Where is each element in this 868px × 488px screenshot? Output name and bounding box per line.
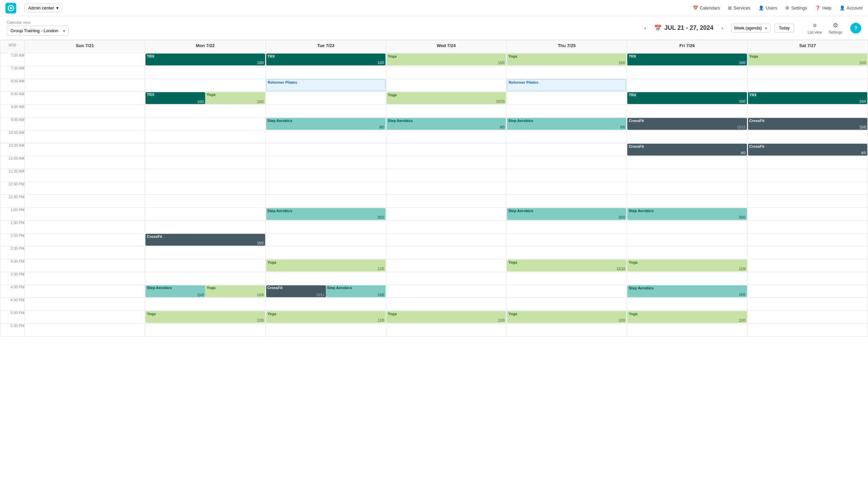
calendar-settings-button[interactable]: ⚙ Settings	[829, 22, 842, 34]
event-yoga-mon-1700[interactable]: Yoga 12/0	[145, 311, 265, 323]
services-icon: ⊞	[728, 5, 732, 11]
slot-mon-1730	[145, 324, 265, 337]
help-bubble[interactable]: ?	[850, 23, 861, 34]
event-yoga-wed-700[interactable]: Yoga 15/0	[387, 54, 506, 65]
event-crossfit-sat-1030[interactable]: CrossFit 8/0	[748, 144, 867, 156]
slot-mon-900	[145, 105, 265, 118]
event-stepaero-thu-1300[interactable]: Step Aerobics 20/0	[507, 208, 626, 220]
slot-thu-1130	[507, 169, 627, 182]
event-yoga-mon-1600[interactable]: Yoga 10/8	[205, 285, 265, 297]
event-yoga-tue-1700[interactable]: Yoga 12/0	[266, 311, 386, 323]
calendar-icon: 📅	[654, 24, 662, 32]
event-stepaero-fri-1600[interactable]: Step Aerobics 15/0	[627, 285, 747, 297]
event-stepaero-wed-930[interactable]: Step Aerobics 8/0	[387, 118, 506, 130]
nav-users[interactable]: 👤 Users	[758, 5, 777, 11]
app-logo	[5, 3, 16, 14]
time-label-1000: 10:00 AM	[0, 130, 25, 143]
slot-wed-1430	[386, 246, 506, 259]
table-row: 7:00 AM TRX 10/0 TRX 10/0 Yoga	[0, 53, 868, 66]
table-row: 4:00 PM Step Aerobics 15/0 Yoga 10/8 Cro…	[0, 285, 868, 298]
time-label-700: 7:00 AM	[0, 53, 25, 66]
event-stepaero-fri-1300[interactable]: Step Aerobics 20/0	[627, 208, 747, 220]
slot-mon-1330	[145, 221, 265, 233]
slot-fri-1500: Yoga 12/8	[627, 259, 747, 272]
table-row: 8:30 AM TRX 10/3 Yoga 10/0 Yoga	[0, 92, 868, 105]
event-yoga-mon-830[interactable]: Yoga 10/0	[205, 92, 265, 104]
event-trx-fri-700[interactable]: TRX 10/0	[627, 54, 747, 65]
event-yoga-thu-1700[interactable]: Yoga 12/0	[507, 311, 626, 323]
slot-sat-1230	[747, 195, 868, 208]
event-crossfit-fri-930[interactable]: CrossFit 15/15	[627, 118, 747, 130]
event-trx-mon-830[interactable]: TRX 10/3	[145, 92, 205, 104]
calendar-select[interactable]: Group Training - London	[7, 26, 68, 36]
slot-sun-930	[25, 118, 145, 130]
slot-sat-1300	[747, 208, 868, 221]
event-yoga-thu-700[interactable]: Yoga 15/0	[507, 54, 626, 65]
event-crossfit-fri-1030[interactable]: CrossFit 8/0	[627, 144, 747, 156]
slot-fri-700: TRX 10/0	[627, 53, 747, 66]
view-mode-select[interactable]: Week (agenda) Day Month	[731, 24, 770, 33]
slot-tue-1030	[265, 143, 386, 156]
slot-thu-1530	[507, 272, 627, 285]
calendar-view-selector: Calendar view Group Training - London	[7, 20, 68, 36]
event-reformer-tue-800[interactable]: Reformer Pilates	[266, 79, 386, 91]
admin-center-button[interactable]: Admin center ▾	[24, 4, 62, 12]
slot-thu-1600	[507, 285, 627, 298]
time-label-1130: 11:30 AM	[0, 169, 25, 182]
event-crossfit-sat-930[interactable]: CrossFit 15/0	[748, 118, 867, 130]
event-yoga-thu-1500[interactable]: Yoga 12/10	[507, 260, 626, 271]
account-icon: 👤	[840, 5, 845, 11]
slot-sat-1600	[747, 285, 868, 298]
slot-sun-1730	[25, 324, 145, 337]
nav-account[interactable]: 👤 Account	[840, 5, 863, 11]
slot-sun-1230	[25, 195, 145, 208]
event-stepaero-thu-930[interactable]: Step Aerobics 8/6	[507, 118, 626, 130]
event-reformer-thu-800[interactable]: Reformer Pilates	[507, 79, 626, 91]
slot-tue-1330	[265, 221, 386, 233]
slot-tue-1230	[265, 195, 386, 208]
slot-sat-700: Yoga 15/0	[747, 53, 868, 66]
slot-sun-1600	[25, 285, 145, 298]
event-stepaero-tue-1300[interactable]: Step Aerobics 20/2	[266, 208, 386, 220]
table-row: 11:00 AM	[0, 156, 868, 169]
time-label-1100: 11:00 AM	[0, 156, 25, 169]
slot-sun-1400	[25, 233, 145, 246]
event-trx-sat-830[interactable]: TRX 10/4	[748, 92, 867, 104]
nav-services[interactable]: ⊞ Services	[728, 5, 750, 11]
slot-mon-830: TRX 10/3 Yoga 10/0	[145, 92, 265, 105]
slot-wed-1200	[386, 182, 506, 195]
slot-tue-1300: Step Aerobics 20/2	[265, 208, 386, 221]
event-yoga-wed-830[interactable]: Yoga 10/10	[387, 92, 506, 104]
slot-mon-1400: CrossFit 15/2	[145, 233, 265, 246]
slot-fri-1100	[627, 156, 747, 169]
event-yoga-tue-1500[interactable]: Yoga 12/0	[266, 260, 386, 271]
slot-sun-1030	[25, 143, 145, 156]
calendar-grid: W30 Sun 7/21 Mon 7/22 Tue 7/23 Wed 7/24 …	[0, 40, 868, 337]
event-stepaero-tue-1600[interactable]: Step Aerobics 15/0	[326, 285, 386, 297]
event-yoga-fri-1700[interactable]: Yoga 12/0	[627, 311, 747, 323]
time-label-1200: 12:00 PM	[0, 182, 25, 195]
nav-calendars[interactable]: 📅 Calendars	[693, 5, 720, 11]
table-row: 9:30 AM Step Aerobics 8/0 Step Aerobics …	[0, 118, 868, 130]
event-trx-fri-830[interactable]: TRX 10/0	[627, 92, 747, 104]
event-trx-tue-700[interactable]: TRX 10/0	[266, 54, 386, 65]
slot-sat-1130	[747, 169, 868, 182]
slot-mon-730	[145, 66, 265, 79]
event-crossfit-mon-1400[interactable]: CrossFit 15/2	[145, 234, 265, 246]
event-stepaero-mon-1600[interactable]: Step Aerobics 15/0	[145, 285, 205, 297]
next-week-button[interactable]: ›	[717, 23, 727, 33]
event-yoga-wed-1700[interactable]: Yoga 12/0	[387, 311, 506, 323]
event-yoga-sat-700[interactable]: Yoga 15/0	[748, 54, 867, 65]
today-button[interactable]: Today	[774, 24, 794, 33]
event-trx-mon-700[interactable]: TRX 10/0	[145, 54, 265, 65]
slot-mon-1000	[145, 130, 265, 143]
nav-settings[interactable]: ⚙ Settings	[785, 5, 807, 11]
list-view-button[interactable]: ≡ List view	[808, 22, 822, 34]
calendar-container: W30 Sun 7/21 Mon 7/22 Tue 7/23 Wed 7/24 …	[0, 40, 868, 337]
event-yoga-fri-1500[interactable]: Yoga 12/8	[627, 260, 747, 271]
prev-week-button[interactable]: ‹	[640, 23, 650, 33]
event-crossfit-tue-1600[interactable]: CrossFit 15/11	[266, 285, 326, 297]
nav-help[interactable]: ❓ Help	[815, 5, 831, 11]
event-stepaero-tue-930[interactable]: Step Aerobics 8/0	[266, 118, 386, 130]
slot-sat-1700	[747, 311, 868, 324]
